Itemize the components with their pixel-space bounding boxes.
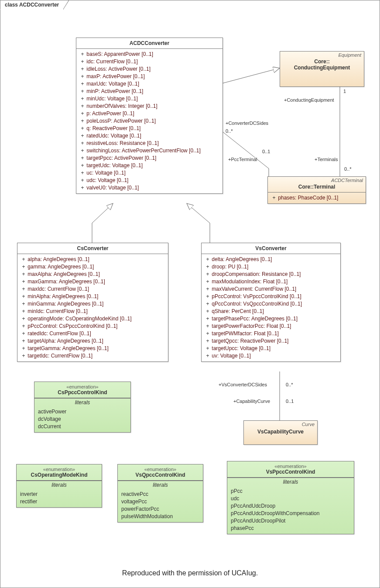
attr-row: rectifier <box>20 498 98 505</box>
mult-terminals: 0..* <box>344 166 352 172</box>
visibility: + <box>80 184 85 192</box>
visibility: + <box>21 278 26 285</box>
attr-row: + minIdc: CurrentFlow [0..1] <box>21 308 164 315</box>
visibility: + <box>205 330 210 337</box>
visibility: + <box>21 263 26 271</box>
mult-capabilitycurve: 0..1 <box>286 399 294 404</box>
role-terminals: +Terminals <box>315 157 338 162</box>
visibility: + <box>205 323 210 330</box>
attr-row: + targetGamma: AngleDegrees [0..1] <box>21 345 164 352</box>
attr-row: + resistiveLoss: Resistance [0..1] <box>80 140 219 147</box>
attr-row: + maxValveCurrent: CurrentFlow [0..1] <box>205 285 337 293</box>
attr-row: + valveU0: Voltage [0..1] <box>80 184 219 192</box>
attr-row: + maxIdc: CurrentFlow [0..1] <box>21 285 164 293</box>
literal-list: activePowerdcVoltagedcCurrent <box>34 406 130 432</box>
attr-list: + phases: PhaseCode [0..1] <box>268 193 366 203</box>
attr-row: + numberOfValves: Integer [0..1] <box>80 103 219 110</box>
visibility: + <box>80 132 85 140</box>
class-terminal: ACDCTerminal Core::Terminal + phases: Ph… <box>267 176 366 204</box>
attr-row: voltagePcc <box>121 498 199 505</box>
attr-row: udc <box>231 495 350 502</box>
attr-row: + targetUpcc: Voltage [0..1] <box>205 345 337 352</box>
mult-pccterminal: 0..1 <box>262 149 267 154</box>
visibility: + <box>80 58 85 65</box>
attr-row: + droopCompensation: Resistance [0..1] <box>205 271 337 278</box>
visibility: + <box>80 110 85 117</box>
attr-row: + alpha: AngleDegrees [0..1] <box>21 256 164 263</box>
role-conductingequipment: +ConductingEquipment <box>284 97 334 103</box>
attr-row: + targetAlpha: AngleDegrees [0..1] <box>21 337 164 345</box>
attr-row: + qShare: PerCent [0..1] <box>205 308 337 315</box>
visibility: + <box>205 263 210 271</box>
attr-row: + targetUdc: Voltage [0..1] <box>80 162 219 169</box>
class-csconverter: CsConverter + alpha: AngleDegrees [0..1]… <box>17 243 168 362</box>
mult-converterdcsides: 0..* <box>226 128 233 134</box>
class-name: VsCapabilityCurve <box>257 429 304 435</box>
class-vscapabilitycurve: Curve VsCapabilityCurve <box>243 420 318 445</box>
visibility: + <box>80 88 85 95</box>
attr-row: phasePcc <box>231 525 350 532</box>
attr-row: + uc: Voltage [0..1] <box>80 169 219 177</box>
attr-row: + targetPhasePcc: AngleDegrees [0..1] <box>205 315 337 323</box>
attr-row: + idc: CurrentFlow [0..1] <box>80 58 219 65</box>
visibility: + <box>21 293 26 300</box>
visibility: + <box>80 140 85 147</box>
section-head: literals <box>17 481 102 489</box>
visibility: + <box>205 271 210 278</box>
literal-list: pPccudcpPccAndUdcDrooppPccAndUdcDroopWit… <box>227 486 354 534</box>
attr-row: + minGamma: AngleDegrees [0..1] <box>21 300 164 308</box>
visibility: + <box>205 345 210 352</box>
attr-row: pPcc <box>231 488 350 495</box>
section-head: literals <box>34 398 130 406</box>
visibility: + <box>205 352 210 360</box>
visibility: + <box>21 315 26 323</box>
attr-list: + baseS: ApparentPower [0..1]+ idc: Curr… <box>76 49 223 193</box>
visibility: + <box>205 308 210 315</box>
class-name: Core:: ConductingEquipment <box>294 58 350 71</box>
attr-row: + droop: PU [0..1] <box>205 263 337 271</box>
attr-row: + maxP: ActivePower [0..1] <box>80 73 219 80</box>
enum-vsppcccontrolkind: «enumeration» VsPpccControlKind literals… <box>227 461 354 534</box>
stereotype: «enumeration» <box>120 467 200 472</box>
attr-row: + delta: AngleDegrees [0..1] <box>205 256 337 263</box>
attr-row: pulseWidthModulation <box>121 513 199 520</box>
attr-row: dcCurrent <box>38 423 127 430</box>
visibility: + <box>21 271 26 278</box>
attr-row: + targetQpcc: ReactivePower [0..1] <box>205 337 337 345</box>
stereotype: «enumeration» <box>19 467 99 472</box>
section-head: literals <box>118 481 203 489</box>
visibility: + <box>271 194 277 202</box>
attr-row: + phases: PhaseCode [0..1] <box>271 194 362 202</box>
visibility: + <box>21 308 26 315</box>
attr-row: + udc: Voltage [0..1] <box>80 177 219 184</box>
attr-row: activePower <box>38 408 127 416</box>
visibility: + <box>21 300 26 308</box>
attr-row: + pPccControl: CsPpccControlKind [0..1] <box>21 323 164 330</box>
visibility: + <box>205 278 210 285</box>
literal-list: inverterrectifier <box>17 489 102 507</box>
attr-row: + p: ActivePower [0..1] <box>80 110 219 117</box>
visibility: + <box>80 103 85 110</box>
attr-row: + pPccControl: VsPpccControlKind [0..1] <box>205 293 337 300</box>
enum-name: CsPpccControlKind <box>58 389 107 395</box>
visibility: + <box>21 256 26 263</box>
attr-row: pPccAndUdcDroop <box>231 502 350 510</box>
enum-name: VsQpccControlKind <box>135 472 185 478</box>
attr-row: + switchingLoss: ActivePowerPerCurrentFl… <box>80 147 219 155</box>
visibility: + <box>80 117 85 125</box>
section-head: literals <box>227 478 354 486</box>
visibility: + <box>80 125 85 132</box>
stereotype: «enumeration» <box>230 464 351 469</box>
class-conductingequipment: Equipment Core:: ConductingEquipment <box>280 51 364 87</box>
attr-row: reactivePcc <box>121 491 199 498</box>
visibility: + <box>21 285 26 293</box>
enum-name: VsPpccControlKind <box>266 469 315 475</box>
attr-row: + minUdc: Voltage [0..1] <box>80 95 219 103</box>
attr-row: + ratedIdc: CurrentFlow [0..1] <box>21 330 164 337</box>
attr-row: + minAlpha: AngleDegrees [0..1] <box>21 293 164 300</box>
attr-row: + maxGamma: AngleDegrees [0..1] <box>21 278 164 285</box>
class-name: CsConverter <box>77 245 108 251</box>
visibility: + <box>80 80 85 88</box>
enum-csoperatingmodekind: «enumeration» CsOperatingModeKind litera… <box>16 464 102 508</box>
class-vsconverter: VsConverter + delta: AngleDegrees [0..1]… <box>201 243 341 362</box>
